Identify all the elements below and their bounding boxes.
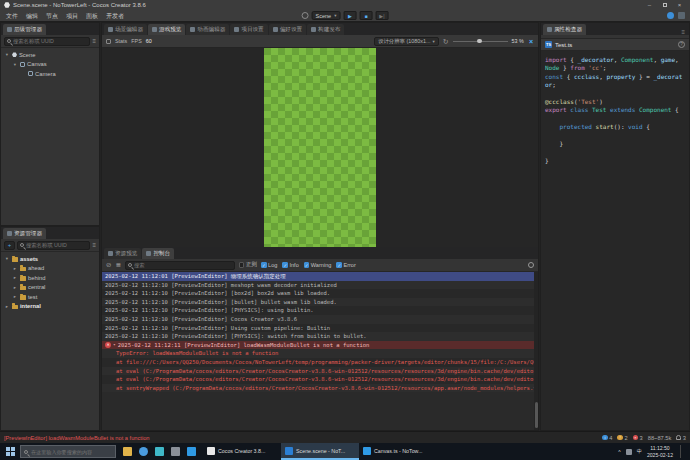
create-asset-button[interactable]: + bbox=[4, 241, 15, 250]
stats-toggle[interactable] bbox=[106, 39, 111, 44]
console-log-row[interactable]: at sentryWrapped (C:/ProgramData/cocos/e… bbox=[102, 384, 538, 393]
expand-arrow-icon[interactable]: ▸ bbox=[4, 304, 10, 309]
hierarchy-search[interactable] bbox=[4, 37, 90, 46]
warning-count-badge[interactable]: !2 bbox=[617, 435, 627, 441]
assets-search-input[interactable] bbox=[26, 242, 87, 248]
list-filter-icon[interactable]: ≡ bbox=[92, 38, 96, 44]
expand-arrow-icon[interactable]: ▸ bbox=[12, 294, 18, 299]
minimize-button[interactable]: – bbox=[643, 1, 656, 10]
console-log-row[interactable]: TypeError: loadWasmModuleBullet is not a… bbox=[102, 349, 538, 358]
tab-项目设置[interactable]: 项目设置 bbox=[230, 24, 267, 35]
device-icon[interactable] bbox=[302, 12, 309, 19]
filter-toggle-error[interactable]: ✓Error bbox=[336, 262, 355, 268]
tree-item-test[interactable]: ▸test bbox=[1, 292, 99, 302]
clear-console-icon[interactable]: ⊘ bbox=[106, 262, 111, 269]
tray-icon[interactable] bbox=[626, 449, 632, 455]
console-log-row[interactable]: 2025-02-12 11:12:10 [PreviewInEditor] [P… bbox=[102, 332, 538, 341]
expand-arrow-icon[interactable]: ▸ bbox=[12, 285, 18, 290]
slider-thumb[interactable] bbox=[477, 39, 482, 44]
menu-item-编辑[interactable]: 编辑 bbox=[22, 10, 42, 22]
scrollbar-thumb[interactable] bbox=[535, 402, 538, 428]
assets-menu-icon[interactable]: ≡ bbox=[92, 242, 96, 248]
tab-构建发布[interactable]: 构建发布 bbox=[307, 24, 344, 35]
filter-toggle-log[interactable]: ✓Log bbox=[261, 262, 277, 268]
collapse-arrow-icon[interactable]: ▾ bbox=[113, 341, 116, 350]
expand-arrow-icon[interactable]: ▸ bbox=[12, 275, 18, 280]
console-log-row[interactable]: 2025-02-12 11:12:10 [PreviewInEditor] me… bbox=[102, 281, 538, 290]
resolution-dropdown[interactable]: 设计分辨率 (1080x1... ▾ bbox=[374, 37, 439, 46]
tab-动画编辑器[interactable]: 动画编辑器 bbox=[186, 24, 229, 35]
menu-item-开发者[interactable]: 开发者 bbox=[102, 10, 128, 22]
tree-item-assets[interactable]: ▾assets bbox=[1, 254, 99, 264]
step-button[interactable]: ▶| bbox=[375, 11, 388, 20]
tray-expand-icon[interactable]: ^ bbox=[618, 449, 620, 455]
play-button[interactable]: ▶ bbox=[343, 11, 356, 20]
zoom-slider[interactable] bbox=[453, 37, 508, 46]
notification-center-button[interactable] bbox=[680, 445, 687, 458]
close-preview-icon[interactable]: × bbox=[528, 38, 534, 45]
layout-icon[interactable] bbox=[678, 12, 685, 19]
tab-场景编辑器[interactable]: 场景编辑器 bbox=[104, 24, 147, 35]
stop-button[interactable]: ■ bbox=[359, 11, 372, 20]
console-log-row[interactable]: ×▾2025-02-12 11:12:11 [PreviewInEditor] … bbox=[102, 341, 538, 350]
filter-toggle-warning[interactable]: ✓Warning bbox=[304, 262, 332, 268]
taskbar-window[interactable]: Canvas.ts - NoTow... bbox=[359, 443, 437, 460]
tree-item-Camera[interactable]: Camera bbox=[1, 69, 99, 79]
tab-偏好设置[interactable]: 偏好设置 bbox=[269, 24, 306, 35]
collapse-logs-icon[interactable]: ≣ bbox=[115, 262, 120, 269]
ime-indicator[interactable]: 中 bbox=[637, 448, 642, 455]
console-log-row[interactable]: 2025-02-12 11:12:10 [PreviewInEditor] Co… bbox=[102, 315, 538, 324]
expand-arrow-icon[interactable]: ▾ bbox=[12, 62, 18, 67]
gear-icon[interactable] bbox=[528, 262, 534, 268]
info-count-badge[interactable]: i4 bbox=[602, 435, 612, 441]
taskbar-search[interactable] bbox=[20, 445, 116, 458]
console-log-row[interactable]: at eval (C:/ProgramData/cocos/editors/Cr… bbox=[102, 367, 538, 376]
expand-arrow-icon[interactable]: ▸ bbox=[12, 266, 18, 271]
taskbar-clock[interactable]: 11:12:50 2025-02-12 bbox=[647, 445, 673, 457]
error-count-badge[interactable]: ×3 bbox=[633, 435, 643, 441]
tree-item-ahead[interactable]: ▸ahead bbox=[1, 264, 99, 274]
tree-item-behind[interactable]: ▸behind bbox=[1, 273, 99, 283]
tab-inspector[interactable]: 属性检查器 bbox=[543, 24, 586, 35]
game-canvas[interactable] bbox=[264, 48, 376, 247]
console-log-row[interactable]: at file:///C:/Users/QQ250/Documents/Coco… bbox=[102, 358, 538, 367]
sync-icon[interactable] bbox=[667, 12, 674, 19]
filter-toggle-regex[interactable]: 正则 bbox=[239, 261, 257, 269]
status-error-message[interactable]: [PreviewInEditor] loadWasmModuleBullet i… bbox=[4, 435, 150, 441]
tab-hierarchy[interactable]: 层级管理器 bbox=[3, 24, 46, 35]
start-button[interactable] bbox=[0, 443, 20, 460]
hierarchy-search-input[interactable] bbox=[13, 38, 87, 44]
panel-menu-icon[interactable]: ≡ bbox=[681, 29, 687, 35]
menu-item-面板[interactable]: 面板 bbox=[82, 10, 102, 22]
tab-控制台[interactable]: 控制台 bbox=[142, 248, 174, 259]
rotate-icon[interactable]: ↻ bbox=[443, 38, 449, 45]
taskbar-search-input[interactable] bbox=[31, 449, 111, 455]
menu-item-节点[interactable]: 节点 bbox=[42, 10, 62, 22]
expand-arrow-icon[interactable]: ▾ bbox=[4, 52, 10, 57]
notification-badge[interactable]: 3 bbox=[676, 435, 686, 441]
maximize-button[interactable] bbox=[658, 1, 671, 10]
filter-toggle-info[interactable]: ✓Info bbox=[282, 262, 298, 268]
assets-search[interactable] bbox=[17, 241, 90, 250]
console-log-row[interactable]: 2025-02-12 11:12:10 [PreviewInEditor] Us… bbox=[102, 324, 538, 333]
file-explorer-icon[interactable] bbox=[123, 447, 132, 456]
close-button[interactable]: × bbox=[673, 1, 686, 10]
console-log-row[interactable]: 2025-02-12 11:12:10 [PreviewInEditor] [b… bbox=[102, 298, 538, 307]
preview-target-dropdown[interactable]: Scene ▾ bbox=[312, 11, 341, 20]
console-log-row[interactable]: 2025-02-12 11:12:01 [PreviewInEditor] 物理… bbox=[102, 272, 538, 281]
console-scrollbar[interactable] bbox=[534, 272, 538, 430]
tree-item-internal[interactable]: ▸internal bbox=[1, 302, 99, 312]
taskbar-app-icon[interactable] bbox=[155, 447, 164, 456]
console-log-row[interactable]: at eval (C:/ProgramData/cocos/editors/Cr… bbox=[102, 375, 538, 384]
menu-item-文件[interactable]: 文件 bbox=[2, 10, 22, 22]
taskbar-app-icon[interactable] bbox=[171, 447, 180, 456]
tree-item-Scene[interactable]: ▾Scene bbox=[1, 50, 99, 60]
help-icon[interactable]: ? bbox=[678, 41, 685, 48]
tab-assets[interactable]: 资源管理器 bbox=[3, 228, 46, 239]
console-log-row[interactable]: 2025-02-12 11:12:10 [PreviewInEditor] [b… bbox=[102, 289, 538, 298]
tree-item-central[interactable]: ▸central bbox=[1, 283, 99, 293]
taskbar-window[interactable]: Scene.scene - NoT... bbox=[281, 443, 359, 460]
expand-arrow-icon[interactable]: ▾ bbox=[4, 256, 10, 261]
console-log-row[interactable]: 2025-02-12 11:12:10 [PreviewInEditor] [P… bbox=[102, 306, 538, 315]
vscode-icon[interactable] bbox=[187, 447, 196, 456]
